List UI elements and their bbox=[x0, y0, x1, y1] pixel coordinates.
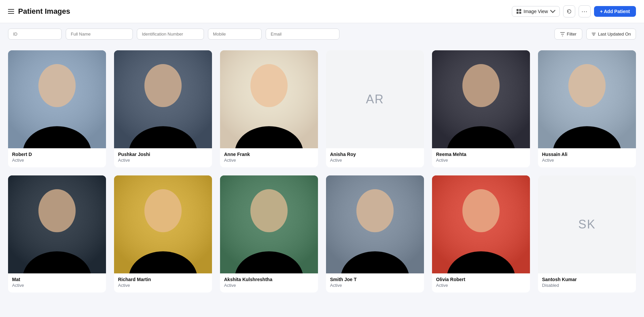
patient-photo bbox=[432, 175, 530, 273]
patient-info: Olivia Robert Active bbox=[432, 273, 530, 293]
svg-rect-1 bbox=[519, 9, 521, 11]
svg-point-26 bbox=[251, 189, 288, 232]
patient-info: Robert D Active bbox=[8, 148, 106, 167]
patient-info: Santosh Kumar Disabled bbox=[538, 273, 636, 293]
chevron-down-icon bbox=[550, 9, 555, 14]
mobile-filter-input[interactable] bbox=[208, 29, 262, 40]
patient-status: Active bbox=[224, 283, 314, 288]
svg-point-5 bbox=[39, 64, 76, 107]
patient-card[interactable]: Pushkar Joshi Active bbox=[114, 50, 212, 167]
patient-info: Pushkar Joshi Active bbox=[114, 148, 212, 167]
patient-photo bbox=[114, 50, 212, 148]
svg-point-17 bbox=[569, 64, 606, 107]
sort-icon bbox=[591, 32, 596, 37]
patient-name: Anne Frank bbox=[224, 152, 314, 157]
patient-initials: AR bbox=[326, 50, 424, 148]
filter-button[interactable]: Filter bbox=[554, 29, 582, 40]
patient-card[interactable]: Hussain Ali Active bbox=[538, 50, 636, 167]
email-filter-input[interactable] bbox=[266, 29, 339, 40]
header-left: Patient Images bbox=[8, 7, 70, 16]
patient-grid: Robert D Active Pushkar Joshi Active bbox=[0, 45, 644, 303]
patient-name: Smith Joe T bbox=[330, 277, 420, 282]
patient-status: Active bbox=[330, 283, 420, 288]
patient-photo bbox=[220, 50, 318, 148]
id-number-filter-input[interactable] bbox=[137, 29, 204, 40]
patient-photo bbox=[8, 50, 106, 148]
filter-label: Filter bbox=[567, 32, 577, 37]
svg-rect-3 bbox=[519, 12, 521, 14]
patient-initials: SK bbox=[538, 175, 636, 273]
svg-point-32 bbox=[463, 189, 500, 232]
patient-card[interactable]: Akshita Kulshreshtha Active bbox=[220, 175, 318, 293]
patient-card[interactable]: Reema Mehta Active bbox=[432, 50, 530, 167]
patient-photo bbox=[8, 175, 106, 273]
svg-rect-0 bbox=[517, 9, 519, 11]
patient-status: Active bbox=[118, 283, 208, 288]
svg-point-11 bbox=[251, 64, 288, 107]
patient-photo bbox=[538, 50, 636, 148]
patient-photo bbox=[220, 175, 318, 273]
svg-point-23 bbox=[145, 189, 182, 232]
patient-status: Active bbox=[436, 158, 526, 163]
view-label: Image View bbox=[524, 9, 548, 14]
refresh-button[interactable] bbox=[563, 5, 575, 17]
refresh-icon bbox=[567, 9, 572, 14]
svg-point-20 bbox=[39, 189, 76, 232]
patient-info: Smith Joe T Active bbox=[326, 273, 424, 293]
patient-card[interactable]: Anne Frank Active bbox=[220, 50, 318, 167]
patient-info: Anisha Roy Active bbox=[326, 148, 424, 167]
svg-point-29 bbox=[357, 189, 394, 232]
header-right: Image View ··· + Add Patient bbox=[512, 5, 636, 17]
patient-name: Richard Martin bbox=[118, 277, 208, 282]
patient-card[interactable]: SK Santosh Kumar Disabled bbox=[538, 175, 636, 293]
patient-info: Hussain Ali Active bbox=[538, 148, 636, 167]
patient-status: Active bbox=[330, 158, 420, 163]
patient-name: Olivia Robert bbox=[436, 277, 526, 282]
patient-status: Disabled bbox=[542, 283, 632, 288]
patient-name: Robert D bbox=[12, 152, 102, 157]
patient-name: Anisha Roy bbox=[330, 152, 420, 157]
patient-status: Active bbox=[224, 158, 314, 163]
hamburger-icon[interactable] bbox=[8, 9, 14, 14]
patient-name: Reema Mehta bbox=[436, 152, 526, 157]
sort-label: Last Updated On bbox=[598, 32, 631, 37]
filter-bar: Filter Last Updated On bbox=[0, 23, 644, 45]
patient-card[interactable]: Mat Active bbox=[8, 175, 106, 293]
patient-info: Reema Mehta Active bbox=[432, 148, 530, 167]
view-selector-button[interactable]: Image View bbox=[512, 6, 560, 17]
grid-icon bbox=[516, 9, 522, 14]
page-title: Patient Images bbox=[18, 7, 70, 16]
filter-icon bbox=[560, 32, 565, 37]
id-filter-input[interactable] bbox=[8, 29, 62, 40]
svg-point-8 bbox=[145, 64, 182, 107]
full-name-filter-input[interactable] bbox=[66, 29, 133, 40]
patient-photo bbox=[432, 50, 530, 148]
patient-card[interactable]: Robert D Active bbox=[8, 50, 106, 167]
patient-status: Active bbox=[12, 158, 102, 163]
patient-info: Anne Frank Active bbox=[220, 148, 318, 167]
patient-card[interactable]: AR Anisha Roy Active bbox=[326, 50, 424, 167]
svg-rect-2 bbox=[517, 12, 519, 14]
patient-name: Akshita Kulshreshtha bbox=[224, 277, 314, 282]
patient-status: Active bbox=[118, 158, 208, 163]
patient-card[interactable]: Olivia Robert Active bbox=[432, 175, 530, 293]
patient-info: Richard Martin Active bbox=[114, 273, 212, 293]
sort-button[interactable]: Last Updated On bbox=[586, 29, 636, 40]
patient-card[interactable]: Smith Joe T Active bbox=[326, 175, 424, 293]
patient-photo bbox=[326, 175, 424, 273]
patient-name: Hussain Ali bbox=[542, 152, 632, 157]
patient-card[interactable]: Richard Martin Active bbox=[114, 175, 212, 293]
patient-name: Santosh Kumar bbox=[542, 277, 632, 282]
patient-name: Mat bbox=[12, 277, 102, 282]
add-patient-button[interactable]: + Add Patient bbox=[594, 6, 636, 17]
more-options-button[interactable]: ··· bbox=[579, 5, 591, 17]
header: Patient Images Image View ··· + Add Pati… bbox=[0, 0, 644, 23]
patient-status: Active bbox=[436, 283, 526, 288]
patient-name: Pushkar Joshi bbox=[118, 152, 208, 157]
patient-status: Active bbox=[542, 158, 632, 163]
svg-point-14 bbox=[463, 64, 500, 107]
patient-info: Akshita Kulshreshtha Active bbox=[220, 273, 318, 293]
patient-info: Mat Active bbox=[8, 273, 106, 293]
patient-photo bbox=[114, 175, 212, 273]
patient-status: Active bbox=[12, 283, 102, 288]
